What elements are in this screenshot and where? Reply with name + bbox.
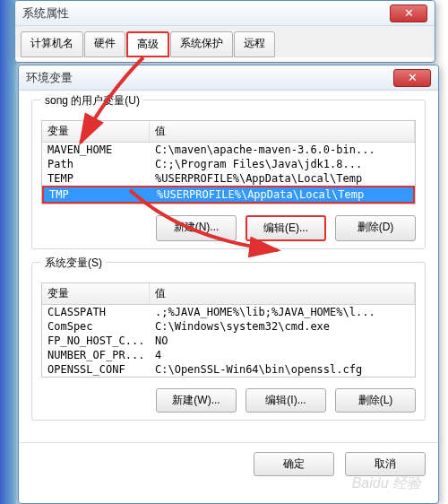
system-vars-group: 系统变量(S) 变量 值 CLASSPATH .;%JAVA_HOME%\lib… xyxy=(31,262,426,421)
new-user-button[interactable]: 新建(N)... xyxy=(156,215,237,241)
header-var: 变量 xyxy=(42,283,150,304)
list-row[interactable]: NUMBER_OF_PR... 4 xyxy=(42,348,415,362)
ok-button[interactable]: 确定 xyxy=(254,452,334,476)
env-vars-window: 环境变量 ✕ song 的用户变量(U) 变量 值 MAVEN_HOME C:\… xyxy=(18,65,439,504)
list-header: 变量 值 xyxy=(42,121,415,143)
delete-user-button[interactable]: 删除(D) xyxy=(335,215,416,241)
list-row[interactable]: Path C:;\Program Files\Java\jdk1.8... xyxy=(42,157,415,171)
header-val: 值 xyxy=(150,283,415,304)
window-title: 环境变量 xyxy=(26,70,73,86)
tab-remote[interactable]: 远程 xyxy=(234,31,275,57)
header-var: 变量 xyxy=(42,121,150,142)
list-row[interactable]: OPENSSL_CONF C:\OpenSSL-Win64\bin\openss… xyxy=(42,362,415,377)
user-vars-list[interactable]: 变量 值 MAVEN_HOME C:\maven\apache-maven-3.… xyxy=(41,120,416,204)
tab-advanced[interactable]: 高级 xyxy=(126,31,169,57)
titlebar: 系统属性 ✕ xyxy=(15,1,435,26)
system-vars-list[interactable]: 变量 值 CLASSPATH .;%JAVA_HOME%\lib;%JAVA_H… xyxy=(41,282,416,378)
edit-sys-button[interactable]: 编辑(I)... xyxy=(246,388,326,413)
delete-sys-button[interactable]: 删除(L) xyxy=(335,388,416,413)
titlebar: 环境变量 ✕ xyxy=(19,65,438,91)
list-row[interactable]: MAVEN_HOME C:\maven\apache-maven-3.6.0-b… xyxy=(42,143,415,157)
list-row[interactable]: CLASSPATH .;%JAVA_HOME%\lib;%JAVA_HOME%\… xyxy=(42,305,415,319)
edit-user-button[interactable]: 编辑(E)... xyxy=(246,215,326,241)
close-icon[interactable]: ✕ xyxy=(390,4,427,22)
close-icon[interactable]: ✕ xyxy=(393,69,431,87)
list-header: 变量 值 xyxy=(42,283,415,305)
system-properties-window: 系统属性 ✕ 计算机名 硬件 高级 系统保护 远程 xyxy=(14,0,435,63)
new-sys-button[interactable]: 新建(W)... xyxy=(156,388,237,413)
header-val: 值 xyxy=(150,121,415,142)
cancel-button[interactable]: 取消 xyxy=(345,452,426,476)
tab-strip: 计算机名 硬件 高级 系统保护 远程 xyxy=(15,26,435,57)
window-title: 系统属性 xyxy=(22,5,69,22)
user-vars-group: song 的用户变量(U) 变量 值 MAVEN_HOME C:\maven\a… xyxy=(31,100,426,249)
list-row[interactable]: FP_NO_HOST_C... NO xyxy=(42,334,415,348)
tab-computer-name[interactable]: 计算机名 xyxy=(21,31,83,57)
list-row-selected[interactable]: TMP %USERPROFILE%\AppData\Local\Temp xyxy=(42,186,415,204)
tab-system-protection[interactable]: 系统保护 xyxy=(170,31,233,57)
group-label: song 的用户变量(U) xyxy=(41,93,143,109)
tab-hardware[interactable]: 硬件 xyxy=(84,31,125,57)
list-row[interactable]: ComSpec C:\Windows\system32\cmd.exe xyxy=(42,319,415,334)
list-row[interactable]: TEMP %USERPROFILE%\AppData\Local\Temp xyxy=(42,171,415,186)
dialog-buttons: 确定 取消 xyxy=(19,442,438,485)
group-label: 系统变量(S) xyxy=(41,256,106,271)
